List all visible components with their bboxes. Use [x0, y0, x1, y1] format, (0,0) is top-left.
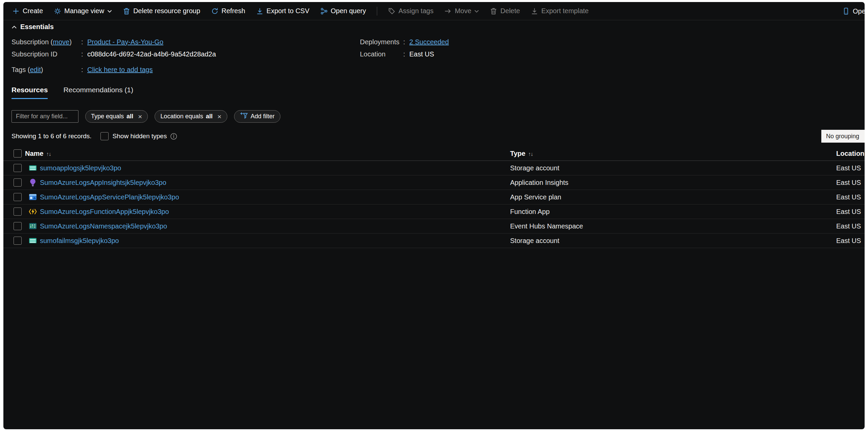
create-button[interactable]: Create [12, 7, 43, 15]
export-csv-label: Export to CSV [267, 7, 310, 15]
essentials-collapse-header[interactable]: Essentials [12, 23, 54, 31]
download-icon [531, 7, 538, 15]
resource-link[interactable]: SumoAzureLogsFunctionAppjk5lepvjko3po [40, 208, 169, 216]
resource-link[interactable]: sumoapplogsjk5lepvjko3po [40, 164, 121, 172]
resource-link[interactable]: SumoAzureLogsNamespacejk5lepvjko3po [40, 222, 167, 230]
download-icon [256, 7, 264, 15]
subscription-move-link[interactable]: move [53, 38, 69, 46]
resource-location: East US [836, 237, 861, 245]
deployments-row: Deployments : 2 Succeeded [360, 36, 449, 48]
trash-icon [123, 7, 130, 15]
row-checkbox[interactable] [14, 237, 22, 245]
tab-resources[interactable]: Resources [12, 86, 48, 99]
export-template-label: Export template [541, 7, 589, 15]
tags-row: Tags (edit) : Click here to add tags [12, 64, 865, 76]
open-label: Open [853, 7, 865, 15]
delete-button: Delete [490, 7, 520, 15]
tag-icon [388, 7, 395, 15]
resource-link[interactable]: SumoAzureLogsAppServicePlanjk5lepvjko3po [40, 193, 179, 201]
column-header-type[interactable]: Type↑↓ [510, 149, 533, 157]
filter-input[interactable] [12, 110, 78, 123]
chevron-down-icon [474, 9, 479, 13]
location-value: East US [409, 50, 434, 58]
table-row: SumoAzureLogsAppServicePlanjk5lepvjko3po… [3, 190, 865, 204]
gear-icon [54, 7, 61, 15]
delete-label: Delete [500, 7, 520, 15]
row-checkbox[interactable] [14, 193, 22, 201]
column-header-location[interactable]: Location↑↓ [836, 149, 865, 157]
grouping-dropdown[interactable]: No grouping [821, 130, 865, 143]
table-row: SumoAzureLogsFunctionAppjk5lepvjko3po Fu… [3, 204, 865, 219]
select-all-checkbox[interactable] [14, 149, 22, 158]
location-filter-label: Location equals [160, 113, 203, 120]
storage-account-icon [28, 236, 37, 245]
status-bar: Showing 1 to 6 of 6 records. Show hidden… [12, 130, 865, 143]
toolbar-separator [377, 7, 377, 16]
info-icon[interactable] [170, 133, 177, 140]
manage-view-button[interactable]: Manage view [54, 7, 112, 15]
tab-bar: Resources Recommendations (1) [12, 86, 133, 99]
add-filter-label: Add filter [251, 113, 275, 120]
application-insights-icon [28, 178, 37, 187]
open-in-mobile-button[interactable]: Open [842, 7, 865, 15]
subscription-id-value: c088dc46-d692-42ad-a4b6-9a542d28ad2a [87, 50, 216, 58]
column-header-name[interactable]: Name↑↓ [25, 149, 51, 157]
resource-group-view: Create Manage view Delete resource group… [3, 2, 865, 429]
resources-table: Name↑↓ Type↑↓ Location↑↓ sumoapplogsjk5l… [3, 146, 865, 248]
create-label: Create [23, 7, 43, 15]
row-checkbox[interactable] [14, 164, 22, 172]
filter-bar: Type equalsall × Location equalsall × Ad… [12, 110, 280, 123]
resource-location: East US [836, 222, 861, 230]
function-app-icon [28, 207, 37, 216]
deployments-label: Deployments [360, 38, 403, 46]
table-row: SumoAzureLogsNamespacejk5lepvjko3po Even… [3, 219, 865, 234]
type-filter-pill[interactable]: Type equalsall × [85, 110, 148, 123]
resource-link[interactable]: sumofailmsgjk5lepvjko3po [40, 237, 119, 245]
colon: : [403, 38, 409, 46]
open-query-button[interactable]: Open query [320, 7, 366, 15]
tags-edit-link[interactable]: edit [30, 66, 41, 73]
refresh-icon [211, 7, 219, 15]
essentials-title: Essentials [20, 23, 54, 31]
tab-recommendations[interactable]: Recommendations (1) [63, 86, 133, 99]
location-filter-pill[interactable]: Location equalsall × [155, 110, 227, 123]
resource-type: Application Insights [510, 179, 568, 187]
delete-resource-group-button[interactable]: Delete resource group [123, 7, 200, 15]
open-query-label: Open query [331, 7, 366, 15]
colon: : [81, 66, 87, 74]
show-hidden-types-checkbox[interactable] [100, 132, 109, 140]
refresh-button[interactable]: Refresh [211, 7, 245, 15]
plus-icon [12, 7, 20, 15]
add-tags-link[interactable]: Click here to add tags [87, 66, 153, 74]
subscription-id-label: Subscription ID [12, 50, 81, 58]
table-row: sumoapplogsjk5lepvjko3po Storage account… [3, 161, 865, 175]
deployments-link[interactable]: 2 Succeeded [409, 38, 449, 46]
event-hubs-namespace-icon [28, 222, 37, 231]
chevron-up-icon [12, 23, 17, 31]
query-icon [320, 7, 328, 15]
resource-location: East US [836, 164, 861, 172]
export-csv-button[interactable]: Export to CSV [256, 7, 310, 15]
move-button: Move [444, 7, 479, 15]
resource-type: Storage account [510, 237, 559, 245]
resource-type: Function App [510, 208, 550, 216]
close-icon[interactable]: × [138, 113, 142, 120]
resource-link[interactable]: SumoAzureLogsAppInsightsjk5lepvjko3po [40, 179, 166, 187]
close-icon[interactable]: × [217, 113, 221, 120]
add-filter-icon [240, 112, 248, 121]
record-count-text: Showing 1 to 6 of 6 records. [12, 132, 92, 140]
resource-type: Storage account [510, 164, 559, 172]
type-filter-value: all [127, 113, 133, 120]
chevron-down-icon [107, 9, 112, 13]
assign-tags-label: Assign tags [398, 7, 433, 15]
add-filter-button[interactable]: Add filter [234, 110, 280, 123]
delete-resource-group-label: Delete resource group [133, 7, 200, 15]
row-checkbox[interactable] [14, 208, 22, 216]
command-bar: Create Manage view Delete resource group… [3, 2, 865, 20]
essentials-panel: Subscription (move) : Product - Pay-As-Y… [12, 36, 865, 76]
row-checkbox[interactable] [14, 178, 22, 187]
subscription-link[interactable]: Product - Pay-As-You-Go [87, 38, 163, 46]
move-label: Move [455, 7, 471, 15]
tags-label: Tags (edit) [12, 66, 81, 74]
row-checkbox[interactable] [14, 222, 22, 230]
